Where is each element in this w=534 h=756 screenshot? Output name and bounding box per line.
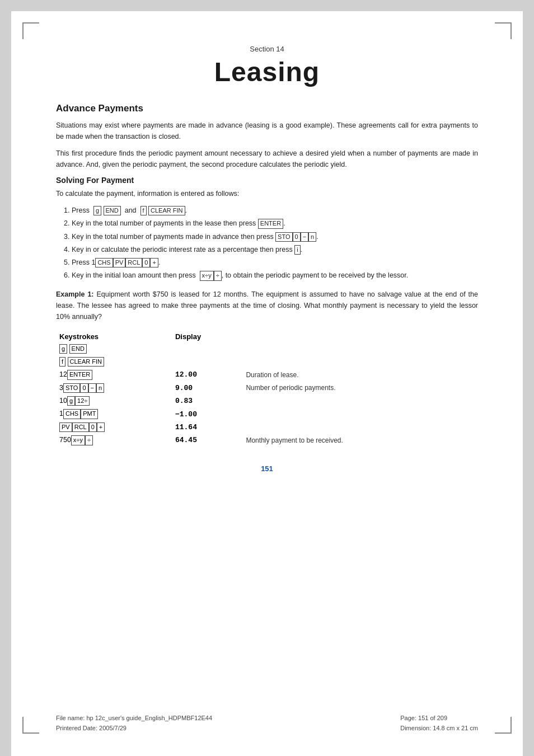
row1-desc <box>243 343 477 355</box>
corner-mark-tl <box>22 22 39 39</box>
col-header-desc <box>243 331 477 342</box>
key-chs: CHS <box>95 258 113 267</box>
corner-mark-tr <box>495 22 512 39</box>
row6-keys: 1CHSPMT <box>57 408 172 420</box>
footer-right: Page: 151 of 209 Dimension: 14.8 cm x 21… <box>400 713 478 734</box>
solving-for-payment-title: Solving For Payment <box>56 176 478 185</box>
key-03: 0 <box>89 422 97 432</box>
solving-intro: To calculate the payment, information is… <box>56 188 478 199</box>
table-row: 1CHSPMT −1.00 <box>57 408 477 420</box>
row3-desc: Duration of lease. <box>243 369 477 381</box>
corner-mark-br <box>495 717 512 734</box>
step-2: Key in the total number of payments in t… <box>72 218 478 229</box>
step-6: Key in the initial loan amount then pres… <box>72 270 478 281</box>
key-xdivy2: x÷y <box>71 435 85 445</box>
table-row: f CLEAR FIN <box>57 356 477 368</box>
table-row: 3STO0−n 9.00 Number of periodic payments… <box>57 382 477 394</box>
key-plus2: + <box>97 422 105 432</box>
row6-desc <box>243 408 477 420</box>
section-label: Section 14 <box>56 45 478 53</box>
row6-display: −1.00 <box>173 408 243 420</box>
footer: File name: hp 12c_user's guide_English_H… <box>56 702 478 734</box>
key-12div: 12÷ <box>75 396 90 406</box>
key-end2: END <box>69 344 87 354</box>
row4-keys: 3STO0−n <box>57 382 172 394</box>
key-f2: f <box>59 357 65 367</box>
key-end: END <box>104 206 121 215</box>
step-3: Key in the total number of payments made… <box>72 231 478 243</box>
table-body: g END f CLEAR FIN 12ENTER 12.00 Duration… <box>57 343 477 447</box>
key-rcl2: RCL <box>72 422 89 432</box>
key-enter2: ENTER <box>67 370 92 379</box>
row4-desc: Number of periodic payments. <box>243 382 477 394</box>
key-clear-fin: CLEAR FIN <box>148 206 185 215</box>
page-number: 151 <box>56 464 478 473</box>
row5-keys: 10g12÷ <box>57 395 172 407</box>
key-div: ÷ <box>214 271 222 280</box>
key-sto2: STO <box>63 383 80 393</box>
step-5: Press 1CHSPVRCL0+. <box>72 257 478 269</box>
row5-desc <box>243 395 477 407</box>
footer-page: Page: 151 of 209 <box>400 713 478 724</box>
key-pv: PV <box>113 258 126 267</box>
table-row: PVRCL0+ 11.64 <box>57 421 477 433</box>
row8-display: 64.45 <box>173 434 243 446</box>
key-chs2: CHS <box>63 409 81 419</box>
table-row: 10g12÷ 0.83 <box>57 395 477 407</box>
key-0b: 0 <box>142 258 150 267</box>
key-clearfin2: CLEAR FIN <box>68 357 104 367</box>
row8-keys: 750x÷y÷ <box>57 434 172 446</box>
key-minus2: − <box>88 383 96 393</box>
key-g: g <box>93 206 101 215</box>
row7-display: 11.64 <box>173 421 243 433</box>
page-heading: Leasing <box>56 57 478 87</box>
key-g3: g <box>67 396 75 406</box>
row2-desc <box>243 356 477 368</box>
key-pmt: PMT <box>81 409 98 419</box>
advance-payments-para2: This first procedure finds the periodic … <box>56 148 478 170</box>
step-1: Press g END and f CLEAR FIN. <box>72 205 478 217</box>
key-02: 0 <box>80 383 88 393</box>
key-rcl: RCL <box>125 258 142 267</box>
table-row: g END <box>57 343 477 355</box>
advance-payments-title: Advance Payments <box>56 103 478 114</box>
example1-body: Equipment worth $750 is leased for 12 mo… <box>56 290 478 321</box>
table-row: 12ENTER 12.00 Duration of lease. <box>57 369 477 381</box>
row7-desc <box>243 421 477 433</box>
example1-label: Example 1: <box>56 290 94 298</box>
key-i: i <box>294 245 300 255</box>
key-xdivy: x÷y <box>200 271 214 280</box>
key-sto: STO <box>275 232 292 242</box>
table-header-row: Keystrokes Display <box>57 331 477 342</box>
footer-filename: File name: hp 12c_user's guide_English_H… <box>56 713 212 724</box>
keystroke-table: Keystrokes Display g END f CLEAR FIN 12E… <box>56 330 478 448</box>
key-0: 0 <box>293 232 301 242</box>
row1-display <box>173 343 243 355</box>
key-n2: n <box>96 383 104 393</box>
key-pv2: PV <box>59 422 72 432</box>
footer-date: Printered Date: 2005/7/29 <box>56 723 212 734</box>
key-div2: ÷ <box>85 435 93 445</box>
table-row: 750x÷y÷ 64.45 Monthly payment to be rece… <box>57 434 477 446</box>
key-f: f <box>140 206 147 215</box>
key-enter: ENTER <box>258 219 283 228</box>
col-header-display: Display <box>173 331 243 342</box>
footer-dimension: Dimension: 14.8 cm x 21 cm <box>400 723 478 734</box>
step-4: Key in or calculate the periodic interes… <box>72 244 478 256</box>
example1-text: Example 1: Equipment worth $750 is lease… <box>56 289 478 322</box>
row5-display: 0.83 <box>173 395 243 407</box>
row2-keys: f CLEAR FIN <box>57 356 172 368</box>
row2-display <box>173 356 243 368</box>
row8-desc: Monthly payment to be received. <box>243 434 477 446</box>
key-g2: g <box>59 344 67 354</box>
steps-list: Press g END and f CLEAR FIN. Key in the … <box>56 205 478 283</box>
key-n: n <box>308 232 316 242</box>
row1-keys: g END <box>57 343 172 355</box>
col-header-keystrokes: Keystrokes <box>57 331 172 342</box>
corner-mark-bl <box>22 717 39 734</box>
row7-keys: PVRCL0+ <box>57 421 172 433</box>
advance-payments-para1: Situations may exist where payments are … <box>56 120 478 142</box>
row4-display: 9.00 <box>173 382 243 394</box>
row3-keys: 12ENTER <box>57 369 172 381</box>
key-minus: − <box>301 232 308 242</box>
